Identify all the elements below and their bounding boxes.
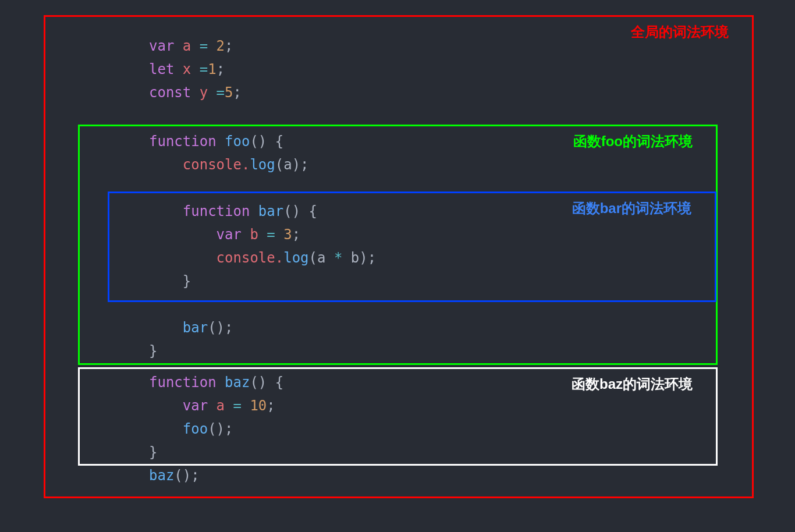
call-paren: ();: [208, 320, 233, 336]
fn-name-bar: bar: [250, 203, 283, 219]
code-line-3: const y =5;: [149, 81, 242, 104]
keyword-const: const: [149, 84, 191, 101]
paren-brace: () {: [250, 374, 283, 391]
code-bar-var: var b = 3;: [149, 223, 300, 246]
code-line-1: var a = 2;: [149, 34, 233, 58]
code-foo-close: }: [149, 339, 157, 363]
operator-eq: =: [267, 226, 275, 243]
code-foo-console: console.log(a);: [149, 153, 309, 176]
keyword-function: function: [149, 133, 217, 150]
number-5: 5: [225, 84, 233, 101]
call-foo: foo: [149, 421, 208, 437]
code-line-2: let x =1;: [149, 58, 225, 81]
global-scope-label: 全局的词法环境: [631, 23, 729, 41]
code-call-baz: baz();: [149, 464, 200, 487]
code-bar-decl: function bar() {: [149, 200, 317, 223]
call-paren: ();: [174, 467, 199, 484]
code-bar-console: console.log(a * b);: [149, 246, 376, 269]
brace-close: }: [149, 273, 191, 289]
number-10: 10: [242, 398, 267, 414]
foo-scope-label: 函数foo的词法环境: [573, 132, 693, 151]
code-bar-close: }: [149, 269, 191, 293]
bar-scope-label: 函数bar的词法环境: [572, 199, 691, 218]
log-arg: (a);: [275, 157, 309, 173]
identifier-a: a: [208, 398, 233, 414]
paren-close: b);: [342, 250, 376, 266]
keyword-var: var: [149, 38, 174, 54]
semicolon: ;: [233, 84, 242, 101]
paren-open: (a: [309, 250, 334, 266]
code-foo-call-bar: bar();: [149, 316, 233, 339]
number-2: 2: [208, 38, 225, 54]
operator-mul: *: [334, 250, 342, 266]
baz-scope-label: 函数baz的词法环境: [572, 375, 693, 393]
operator-eq: =: [217, 84, 225, 101]
log-fn: log: [250, 157, 275, 173]
paren-brace: () {: [283, 203, 317, 219]
console-id: console.: [149, 250, 283, 266]
console-id: console.: [149, 157, 250, 173]
semicolon: ;: [267, 398, 275, 414]
identifier-x: x: [174, 61, 199, 77]
paren-brace: () {: [250, 133, 283, 150]
call-baz: baz: [149, 467, 174, 484]
identifier-y: y: [191, 84, 216, 101]
number-3: 3: [275, 226, 292, 243]
operator-eq: =: [200, 61, 208, 77]
keyword-var: var: [149, 398, 208, 414]
brace-close: }: [149, 343, 157, 359]
keyword-let: let: [149, 61, 174, 77]
code-baz-decl: function baz() {: [149, 371, 283, 394]
identifier-a: a: [174, 38, 199, 54]
semicolon: ;: [292, 226, 300, 243]
call-bar: bar: [149, 320, 208, 336]
operator-eq: =: [233, 398, 242, 414]
semicolon: ;: [217, 61, 225, 77]
operator-eq: =: [200, 38, 208, 54]
global-scope-box: 全局的词法环境 var a = 2; let x =1; const y =5;…: [44, 15, 754, 498]
log-fn: log: [283, 250, 308, 266]
brace-close: }: [149, 444, 157, 460]
code-foo-decl: function foo() {: [149, 130, 283, 153]
fn-name-foo: foo: [217, 133, 250, 150]
semicolon: ;: [225, 38, 233, 54]
number-1: 1: [208, 61, 216, 77]
identifier-b: b: [242, 226, 267, 243]
fn-name-baz: baz: [217, 374, 250, 391]
keyword-function: function: [149, 203, 250, 219]
code-baz-var: var a = 10;: [149, 394, 275, 417]
code-baz-close: }: [149, 441, 157, 464]
keyword-function: function: [149, 374, 217, 391]
keyword-var: var: [149, 226, 242, 243]
code-baz-call-foo: foo();: [149, 417, 233, 441]
call-paren: ();: [208, 421, 233, 437]
